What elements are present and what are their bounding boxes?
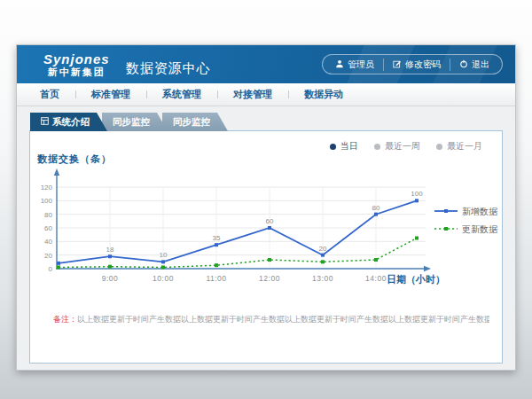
tab-2[interactable]: 同步监控 [102, 113, 168, 131]
svg-text:9:00: 9:00 [102, 274, 119, 283]
company-logo: Synjones 新中新集团 [43, 51, 110, 78]
content-area: 系统介绍同步监控同步监控 当日最近一周最近一月 数据交换（条） 02040608… [17, 106, 515, 370]
svg-text:14:00: 14:00 [365, 274, 387, 283]
user-menu-logout[interactable]: 退出 [450, 59, 498, 71]
tab-3[interactable]: 同步监控 [162, 113, 228, 131]
power-icon [459, 59, 468, 70]
footer-note: 备注：以上数据更新于时间产生数据以上数据更新于时间产生数据以上数据更新于时间产生… [53, 314, 489, 325]
nav-item-1[interactable]: 首页 [24, 88, 75, 101]
svg-text:100: 100 [411, 190, 423, 198]
user-menu-change-password[interactable]: 修改密码 [383, 59, 450, 71]
svg-text:新增数据: 新增数据 [462, 207, 498, 216]
svg-text:100: 100 [41, 197, 53, 205]
svg-text:11:00: 11:00 [206, 274, 226, 283]
logo-company-text: 新中新集团 [43, 66, 110, 78]
svg-text:18: 18 [106, 246, 114, 254]
svg-text:80: 80 [44, 211, 52, 219]
exchange-line-chart: 0204060801001209:0010:0011:0012:0013:001… [30, 131, 504, 295]
svg-text:12:00: 12:00 [259, 274, 280, 283]
nav-item-3[interactable]: 系统管理 [146, 88, 217, 101]
nav-item-5[interactable]: 数据异动 [288, 88, 359, 101]
svg-text:13:00: 13:00 [312, 274, 333, 283]
svg-text:20: 20 [319, 245, 327, 253]
chart-panel: 当日最近一周最近一月 数据交换（条） 0204060801001209:0010… [29, 130, 503, 364]
tab-1[interactable]: 系统介绍 [30, 113, 107, 131]
tab-bar: 系统介绍同步监控同步监控 [30, 113, 223, 131]
svg-text:0: 0 [49, 265, 53, 273]
page-title: 数据资源中心 [126, 60, 211, 77]
svg-text:120: 120 [41, 184, 53, 192]
svg-text:35: 35 [213, 234, 221, 242]
app-window: Synjones 新中新集团 数据资源中心 管理员 修改密码 退出 首页标准管理… [16, 44, 516, 371]
tab-label: 同步监控 [113, 113, 150, 131]
svg-text:日期（小时）: 日期（小时） [387, 274, 445, 286]
footer-note-text: 以上数据更新于时间产生数据以上数据更新于时间产生数据以上数据更新于时间产生数据以… [77, 315, 489, 324]
svg-text:10:00: 10:00 [153, 274, 174, 283]
user-menu-admin-label: 管理员 [348, 59, 374, 71]
edit-icon [393, 59, 402, 70]
footer-note-prefix: 备注： [53, 315, 77, 324]
svg-text:60: 60 [266, 217, 274, 225]
logo-brand-text: Synjones [43, 51, 110, 66]
user-menu-change-password-label: 修改密码 [405, 59, 441, 71]
svg-text:60: 60 [44, 224, 52, 232]
user-menu: 管理员 修改密码 退出 [322, 54, 503, 74]
main-nav: 首页标准管理系统管理对接管理数据异动 [17, 83, 515, 106]
svg-text:40: 40 [44, 238, 52, 246]
user-icon [335, 59, 344, 70]
table-icon [41, 113, 49, 131]
tab-label: 系统介绍 [52, 113, 90, 131]
user-menu-admin[interactable]: 管理员 [326, 59, 383, 71]
svg-text:10: 10 [160, 251, 168, 259]
svg-text:更新数据: 更新数据 [462, 224, 498, 234]
svg-text:20: 20 [44, 252, 52, 260]
tab-label: 同步监控 [173, 113, 210, 131]
user-menu-logout-label: 退出 [472, 59, 489, 71]
nav-item-4[interactable]: 对接管理 [217, 88, 288, 101]
app-header: Synjones 新中新集团 数据资源中心 管理员 修改密码 退出 [17, 45, 515, 83]
svg-text:80: 80 [372, 204, 380, 212]
nav-item-2[interactable]: 标准管理 [75, 88, 146, 101]
